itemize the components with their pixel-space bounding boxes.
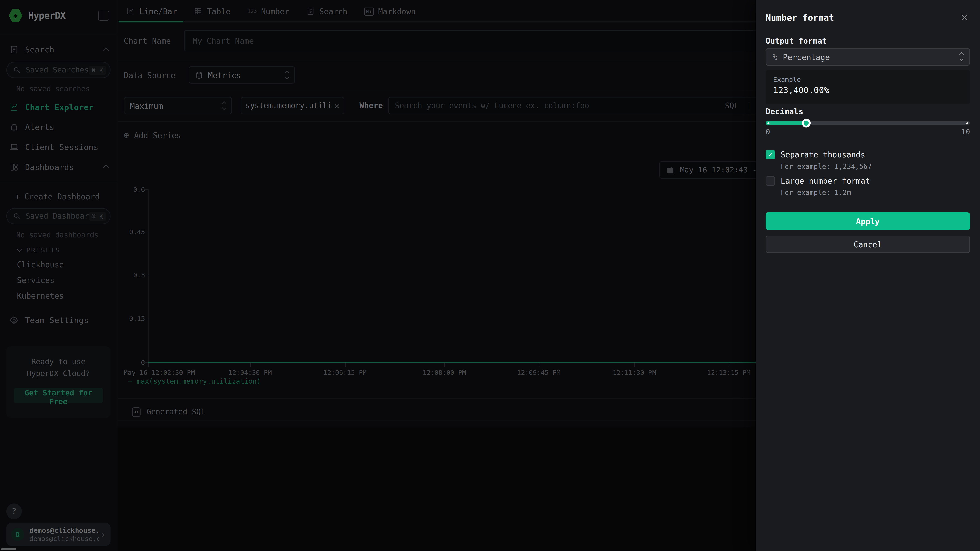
slider-max-label: 10 <box>961 127 970 136</box>
large-number-option: Large number format For example: 1.2m <box>765 176 970 197</box>
example-label: Example <box>773 76 963 83</box>
large-number-checkbox-row[interactable]: Large number format <box>765 176 970 186</box>
separate-thousands-option: ✓ Separate thousands For example: 1,234,… <box>765 150 970 171</box>
checkbox-unchecked-icon[interactable] <box>765 176 775 186</box>
separate-thousands-example: For example: 1,234,567 <box>781 162 970 171</box>
panel-title: Number format <box>765 13 834 22</box>
close-icon[interactable] <box>959 12 970 23</box>
slider-min-label: 0 <box>765 127 770 136</box>
decimals-slider[interactable] <box>765 119 970 127</box>
separate-thousands-label: Separate thousands <box>781 150 865 159</box>
output-format-select[interactable]: % Percentage <box>765 48 970 66</box>
example-card: Example 123,400.00% <box>765 70 970 104</box>
large-number-example: For example: 1.2m <box>781 189 970 197</box>
chevron-updown-icon <box>951 53 963 60</box>
separate-thousands-checkbox-row[interactable]: ✓ Separate thousands <box>765 150 970 159</box>
percent-icon: % <box>773 52 777 62</box>
app-root: HyperDX Search Saved Searches ⌘ K No sav… <box>0 0 980 551</box>
checkbox-checked-icon[interactable]: ✓ <box>765 150 775 159</box>
slider-fill <box>765 121 807 125</box>
slider-minmax-labels: 0 10 <box>765 127 970 136</box>
decimals-label: Decimals <box>765 107 803 116</box>
output-format-value: Percentage <box>783 52 830 62</box>
example-value: 123,400.00% <box>773 85 963 95</box>
output-format-label: Output format <box>765 37 827 46</box>
cancel-button[interactable]: Cancel <box>765 235 970 253</box>
large-number-label: Large number format <box>781 176 870 186</box>
number-format-panel: Number format Output format % Percentage… <box>756 0 980 551</box>
apply-button[interactable]: Apply <box>765 213 970 230</box>
slider-handle[interactable] <box>802 119 811 127</box>
